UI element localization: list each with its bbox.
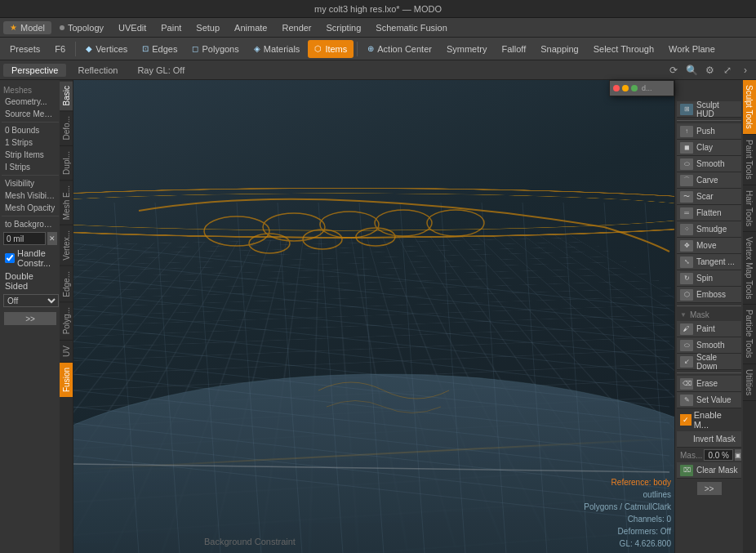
right-tab-sculpt-tools[interactable]: Sculpt Tools (743, 80, 756, 135)
right-tab-paint-tools[interactable]: Paint Tools (743, 135, 756, 185)
select-through-button[interactable]: Select Through (587, 40, 660, 58)
menu-render[interactable]: Render (275, 21, 318, 34)
left-tab-defo[interactable]: Defo... (60, 110, 73, 145)
items-button[interactable]: ⬡ Items (308, 40, 354, 58)
move-btn[interactable]: ✥ Move (677, 238, 741, 254)
left-tab-dupl[interactable]: Dupl... (60, 145, 73, 180)
vertices-button[interactable]: ◆ Vertices (79, 40, 134, 58)
raygl-tab[interactable]: Ray GL: Off (129, 64, 193, 77)
smudge-btn[interactable]: ⁘ Smudge (677, 221, 741, 238)
left-tab-mesh-e[interactable]: Mesh E... (60, 180, 73, 225)
scar-btn[interactable]: 〜 Scar (677, 189, 741, 205)
perspective-tab[interactable]: Perspective (3, 64, 66, 77)
f6-button[interactable]: F6 (48, 40, 72, 58)
i-strips-item[interactable]: I Strips (2, 161, 59, 173)
section-divider-1 (677, 120, 741, 121)
spin-btn[interactable]: ↻ Spin (677, 270, 741, 287)
work-plane-button[interactable]: Work Plane (662, 40, 722, 58)
paint-mask-btn[interactable]: 🖌 Paint (677, 321, 741, 337)
presets-button[interactable]: Presets (3, 40, 47, 58)
left-tab-fusion[interactable]: Fusion (60, 362, 73, 397)
view-zoom-icon[interactable]: 🔍 (684, 63, 699, 78)
left-tab-polyg[interactable]: Polyg... (60, 301, 73, 339)
expand-btn[interactable]: >> (4, 312, 56, 325)
float-close-btn[interactable] (613, 85, 620, 91)
view-chevron-icon[interactable]: › (738, 63, 753, 78)
next-btn[interactable]: >> (697, 482, 722, 495)
main-layout: Meshes Geometry... Source Meshes 0 Bound… (0, 80, 756, 553)
clay-icon: ◼ (680, 142, 693, 154)
right-tab-particle[interactable]: Particle Tools (743, 305, 756, 363)
right-tab-vertex-map[interactable]: Vertex Map Tools (743, 232, 756, 305)
geometry-item[interactable]: Geometry... (2, 96, 59, 108)
view-settings-icon[interactable]: ⚙ (702, 63, 717, 78)
smooth-btn[interactable]: ⬭ Smooth (677, 156, 741, 172)
menu-paint[interactable]: Paint (154, 21, 188, 34)
mesh-opacity-item[interactable]: Mesh Opacity (2, 202, 59, 214)
set-value-btn[interactable]: ✎ Set Value (677, 392, 741, 408)
erase-btn[interactable]: ⌫ Erase (677, 376, 741, 392)
mas-row: Mas... ▣ (677, 448, 741, 462)
menu-setup[interactable]: Setup (189, 21, 226, 34)
sculpt-hud-btn[interactable]: ⊞ Sculpt HUD (677, 101, 741, 118)
menu-schematic[interactable]: Schematic Fusion (369, 21, 453, 34)
float-min-btn[interactable] (622, 85, 629, 91)
symmetry-button[interactable]: Symmetry (440, 40, 494, 58)
carve-btn[interactable]: ⌒ Carve (677, 172, 741, 189)
set-value-icon: ✎ (680, 395, 693, 406)
mas-input[interactable] (704, 449, 733, 461)
handle-constr-checkbox[interactable] (5, 253, 15, 263)
right-tab-hair-tools[interactable]: Hair Tools (743, 185, 756, 232)
strip-items-item[interactable]: Strip Items (2, 149, 59, 161)
view-sync-icon[interactable]: ⟳ (666, 63, 681, 78)
view-expand-icon[interactable]: ⤢ (720, 63, 735, 78)
clay-btn[interactable]: ◼ Clay (677, 140, 741, 156)
section-divider-2 (677, 305, 741, 306)
menu-uvedit[interactable]: UVEdit (112, 21, 153, 34)
enable-mask-checkbox[interactable]: ✓ (680, 414, 692, 426)
edges-button[interactable]: ⊡ Edges (136, 40, 184, 58)
menu-topology[interactable]: Topology (53, 21, 110, 34)
emboss-btn[interactable]: ⬡ Emboss (677, 287, 741, 303)
menu-model[interactable]: ★ Model (3, 21, 51, 34)
flatten-btn[interactable]: ═ Flatten (677, 205, 741, 221)
smooth-mask-btn[interactable]: ⬭ Smooth (677, 337, 741, 354)
snapping-button[interactable]: Snapping (534, 40, 585, 58)
push-btn[interactable]: ↑ Push (677, 123, 741, 140)
left-tab-edge[interactable]: Edge... (60, 265, 73, 302)
mil-input[interactable] (3, 232, 46, 245)
off-select[interactable]: Off (3, 294, 59, 307)
viewport[interactable]: Reference: body outlines Polygons / Catm… (73, 80, 674, 553)
handle-constr-label: Handle Constr... (17, 248, 56, 268)
strips-item[interactable]: 1 Strips (2, 136, 59, 149)
action-center-button[interactable]: ⊕ Action Center (361, 40, 438, 58)
reference-label: Reference: body (611, 478, 671, 487)
left-tab-uv[interactable]: UV (60, 340, 73, 362)
visibility-item[interactable]: Visibility (2, 177, 59, 190)
materials-button[interactable]: ◈ Materials (247, 40, 307, 58)
float-max-btn[interactable] (631, 85, 638, 91)
bounds-item[interactable]: 0 Bounds (2, 124, 59, 136)
move-icon: ✥ (680, 240, 693, 252)
reflection-tab[interactable]: Reflection (69, 64, 126, 77)
left-tab-vertex[interactable]: Vertex... (60, 225, 73, 265)
menu-scripting[interactable]: Scripting (320, 21, 368, 34)
mil-close-btn[interactable]: ✕ (47, 232, 57, 245)
section-divider-3 (677, 372, 741, 373)
mas-btn[interactable]: ▣ (735, 449, 741, 461)
left-tab-basic[interactable]: Basic (60, 80, 73, 110)
invert-mask-btn[interactable]: Invert Mask (677, 431, 741, 448)
scale-down-icon: ↙ (680, 356, 693, 368)
right-tab-utilities[interactable]: Utilities (743, 364, 756, 401)
scale-down-btn[interactable]: ↙ Scale Down (677, 354, 741, 370)
items-icon: ⬡ (314, 44, 322, 53)
tangent-btn[interactable]: ⤡ Tangent ... (677, 254, 741, 270)
menu-animate[interactable]: Animate (228, 21, 273, 34)
falloff-button[interactable]: Falloff (495, 40, 532, 58)
polygons-button[interactable]: ◻ Polygons (185, 40, 245, 58)
clear-mask-btn[interactable]: ⌧ Clear Mask (677, 462, 741, 479)
mesh-visibility-item[interactable]: Mesh Visibility (2, 190, 59, 202)
mask-header: ▼ Mask (677, 309, 741, 321)
source-meshes-item[interactable]: Source Meshes (2, 108, 59, 120)
handle-constr-row: Handle Constr... (2, 247, 59, 270)
